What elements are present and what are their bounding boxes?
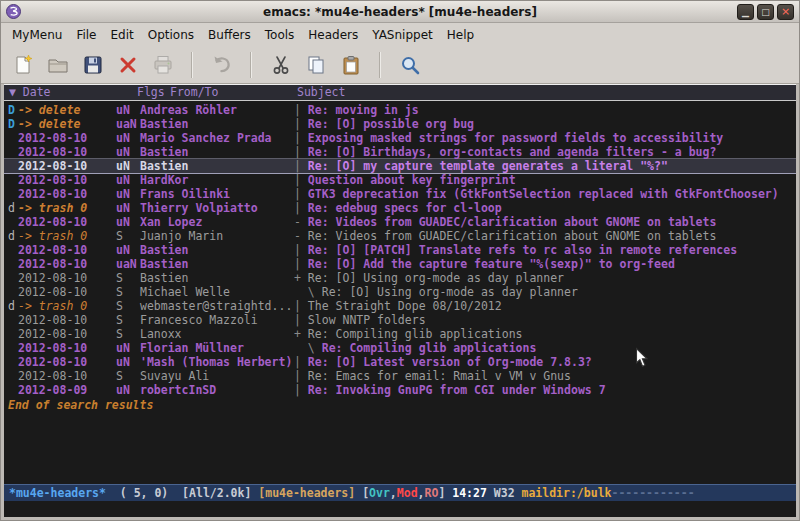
close-button[interactable] [112,50,143,80]
row-flags: uN [116,341,140,355]
message-row[interactable]: 2012-08-09uNrobertcInSD| Re: Invoking Gn… [4,383,796,397]
row-from: HardKor [140,173,294,187]
close-icon [117,54,139,76]
message-row[interactable]: 2012-08-10uNXan Lopez- Re: Videos from G… [4,215,796,229]
minimize-button[interactable]: ▁ [737,4,754,20]
thread-separator: | [294,201,308,215]
row-date: 2012-08-10 [18,159,116,173]
emacs-frame: ▼ Date Flgs From/To Subject D-> deleteuN… [1,84,799,520]
row-subject: - Re: Videos from GUADEC/clarification a… [294,229,796,243]
row-from: Francesco Mazzoli [140,313,294,327]
modeline-segment-plain: ( 5, 0) [106,486,182,500]
column-header-subject[interactable]: Subject [297,85,345,100]
row-flags: uaN [116,257,140,271]
open-file-button[interactable] [42,50,73,80]
thread-separator: | [294,313,308,327]
mode-line[interactable]: *mu4e-headers* ( 5, 0) [All/2.0k] [mu4e-… [4,484,796,501]
column-header-date[interactable]: ▼ Date [9,85,51,100]
menu-edit[interactable]: Edit [104,25,141,45]
row-subject: - Re: Videos from GUADEC/clarification a… [294,215,796,229]
menu-help[interactable]: Help [440,25,481,45]
row-date: 2012-08-10 [18,313,116,327]
row-from: Florian Müllner [140,341,294,355]
thread-separator: - [294,229,308,243]
mouse-cursor [635,347,649,368]
message-row[interactable]: 2012-08-10uNFlorian Müllner \ Re: Compil… [4,341,796,355]
open-file-icon [47,54,69,76]
menu-headers[interactable]: Headers [301,25,365,45]
row-subject: \ Re: Compiling glib applications [294,341,796,355]
message-row[interactable]: 2012-08-10SBastien+ Re: [O] Using org-mo… [4,271,796,285]
menu-buffers[interactable]: Buffers [201,25,258,45]
row-from: Suvayu Ali [140,369,294,383]
row-mark [8,271,18,285]
maximize-button[interactable]: □ [757,4,774,20]
row-flags: S [116,327,140,341]
message-row[interactable]: D-> deleteuNAndreas Röhler| Re: moving i… [4,103,796,117]
row-mark [8,341,18,355]
thread-separator: | [294,145,308,159]
row-mark [8,313,18,327]
thread-separator: | [294,257,308,271]
save-button[interactable] [77,50,108,80]
search-button[interactable] [394,50,425,80]
message-row[interactable]: 2012-08-10SSuvayu Ali| Re: Emacs for ema… [4,369,796,383]
titlebar[interactable]: emacs: *mu4e-headers* [mu4e-headers] ▁□× [1,1,799,23]
emacs-app-icon [6,4,21,19]
row-from: Bastien [140,159,294,173]
subject-text: Re: [O] Birthdays, org-contacts and agen… [308,145,717,159]
row-date: -> trash 0 [18,299,116,313]
modeline-segment-plain: ] [438,486,452,500]
message-row[interactable]: 2012-08-10uNBastien| Re: [O] my capture … [4,159,796,173]
message-row[interactable]: 2012-08-10uNHardKor| Question about key … [4,173,796,187]
subject-text: Re: Invoking GnuPG from CGI under Window… [308,383,606,397]
message-row[interactable]: 2012-08-10uaNBastien| Re: [O] Add the ca… [4,257,796,271]
echo-area[interactable] [4,501,796,517]
menu-options[interactable]: Options [141,25,201,45]
message-row[interactable]: 2012-08-10SLanoxx+ Re: Compiling glib ap… [4,327,796,341]
message-row[interactable]: 2012-08-10uNBastien| Re: [O] [PATCH] Tra… [4,243,796,257]
menu-file[interactable]: File [69,25,103,45]
thread-separator: + [294,327,308,341]
new-file-button[interactable] [7,50,38,80]
row-date: -> trash 0 [18,229,116,243]
message-row[interactable]: 2012-08-10SMichael Welle \ Re: [O] Using… [4,285,796,299]
row-mark [8,327,18,341]
modeline-segment-ro: RO [425,486,439,500]
subject-text: Slow NNTP folders [308,313,426,327]
column-header-flags[interactable]: Flgs [137,85,165,100]
column-header-from[interactable]: From/To [170,85,218,100]
subject-text: Exposing masked strings for password fie… [308,131,723,145]
message-row[interactable]: 2012-08-10uNBastien| Re: [O] Birthdays, … [4,145,796,159]
modeline-segment-plain: W32 [494,486,522,500]
row-date: 2012-08-10 [18,355,116,369]
row-subject: | Exposing masked strings for password f… [294,131,796,145]
row-subject: | Re: [O] my capture template generates … [294,159,796,173]
message-row[interactable]: d-> trash 0Swebmaster@straightd...| The … [4,299,796,313]
thread-separator: | [294,131,308,145]
row-mark: d [8,229,18,243]
copy-button[interactable] [300,50,331,80]
subject-text: Re: edebug specs for cl-loop [308,201,502,215]
thread-separator: + [294,271,308,285]
subject-text: Re: moving in js [308,103,419,117]
message-row[interactable]: 2012-08-10uNFrans Oilinki| GTK3 deprecat… [4,187,796,201]
row-subject: | Slow NNTP folders [294,313,796,327]
message-row[interactable]: D-> deleteuaNBastien| Re: [O] possible o… [4,117,796,131]
menu-tools[interactable]: Tools [258,25,302,45]
close-button[interactable]: × [777,4,794,20]
menu-yasnippet[interactable]: YASnippet [365,25,440,45]
message-row[interactable]: d-> trash 0SJuanjo Marin- Re: Videos fro… [4,229,796,243]
thread-separator: | [294,187,308,201]
message-row[interactable]: 2012-08-10uNMario Sanchez Prada| Exposin… [4,131,796,145]
paste-button[interactable] [335,50,366,80]
message-row[interactable]: d-> trash 0uNThierry Volpiatto| Re: edeb… [4,201,796,215]
message-row[interactable]: 2012-08-10SFrancesco Mazzoli| Slow NNTP … [4,313,796,327]
row-mark [8,215,18,229]
thread-separator: | [294,243,308,257]
emacs-window: emacs: *mu4e-headers* [mu4e-headers] ▁□×… [0,0,800,521]
row-subject: + Re: Compiling glib applications [294,327,796,341]
message-row[interactable]: 2012-08-10uN'Mash (Thomas Herbert)| Re: … [4,355,796,369]
menu-mymenu[interactable]: MyMenu [5,25,69,45]
cut-button[interactable] [265,50,296,80]
